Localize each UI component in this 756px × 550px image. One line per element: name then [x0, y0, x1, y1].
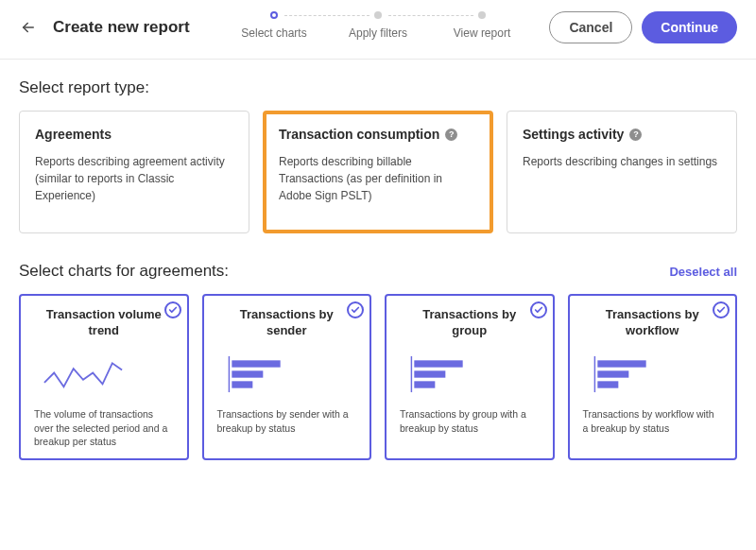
step-view-report[interactable]: View report — [430, 11, 534, 40]
type-card-title-text: Transaction consumption — [279, 127, 439, 142]
step-dot-icon — [478, 11, 486, 19]
step-apply-filters[interactable]: Apply filters — [326, 11, 430, 40]
chart-card-by-group[interactable]: Transactions by group Transactions by gr… — [385, 294, 555, 460]
section-title-report-type: Select report type: — [19, 78, 737, 97]
check-icon — [713, 301, 730, 318]
help-icon[interactable]: ? — [445, 129, 457, 141]
type-card-title: Transaction consumption ? — [279, 127, 477, 142]
svg-rect-3 — [232, 381, 252, 387]
chart-card-desc: The volume of transactions over the sele… — [30, 407, 178, 449]
deselect-all-link[interactable]: Deselect all — [669, 265, 737, 279]
step-dot-icon — [270, 11, 278, 19]
type-card-desc: Reports describing agreement activity (s… — [35, 153, 233, 204]
chart-card-title: Transactions by sender — [225, 307, 350, 339]
chart-card-title: Transaction volume trend — [42, 307, 166, 339]
type-card-settings-activity[interactable]: Settings activity ? Reports describing c… — [507, 111, 737, 233]
type-card-title: Agreements — [35, 127, 233, 142]
chart-card-desc: Transactions by sender with a breakup by… — [214, 407, 361, 435]
chart-card-desc: Transactions by workflow with a breakup … — [579, 407, 727, 435]
svg-rect-9 — [597, 360, 645, 367]
chart-card-by-workflow[interactable]: Transactions by workflow Transactions by… — [568, 294, 738, 460]
svg-rect-7 — [414, 381, 435, 387]
step-select-charts[interactable]: Select charts — [222, 11, 326, 40]
step-label: View report — [454, 26, 510, 40]
continue-button[interactable]: Continue — [642, 11, 737, 43]
bar-chart-icon — [214, 349, 361, 400]
bar-chart-icon — [396, 349, 543, 400]
content: Select report type: Agreements Reports d… — [0, 60, 756, 460]
bar-chart-icon — [579, 349, 727, 400]
check-icon — [347, 301, 364, 318]
line-chart-icon — [30, 349, 178, 400]
section-charts-header-row: Select charts for agreements: Deselect a… — [19, 262, 737, 281]
chart-card-title: Transactions by workflow — [591, 307, 715, 339]
type-card-title-text: Agreements — [35, 127, 112, 142]
chart-row: Transaction volume trend The volume of t… — [19, 294, 737, 460]
check-icon — [164, 301, 181, 318]
check-icon — [530, 301, 547, 318]
section-title-select-charts: Select charts for agreements: — [19, 262, 229, 281]
svg-rect-1 — [232, 360, 280, 367]
svg-rect-2 — [232, 370, 263, 377]
report-type-row: Agreements Reports describing agreement … — [19, 111, 737, 233]
type-card-desc: Reports describing changes in settings — [523, 153, 721, 170]
chart-card-volume-trend[interactable]: Transaction volume trend The volume of t… — [19, 294, 189, 460]
chart-card-title: Transactions by group — [407, 307, 532, 339]
svg-rect-11 — [597, 381, 618, 387]
chart-card-desc: Transactions by group with a breakup by … — [396, 407, 543, 435]
chart-card-by-sender[interactable]: Transactions by sender Transactions by s… — [202, 294, 372, 460]
step-dot-icon — [374, 11, 382, 19]
header-actions: Cancel Continue — [549, 11, 737, 43]
svg-rect-6 — [414, 370, 445, 377]
type-card-agreements[interactable]: Agreements Reports describing agreement … — [19, 111, 249, 233]
back-arrow-icon[interactable] — [19, 18, 38, 37]
cancel-button[interactable]: Cancel — [549, 11, 632, 43]
type-card-desc: Reports describing billable Transactions… — [279, 153, 477, 204]
header: Create new report Select charts Apply fi… — [0, 0, 756, 60]
stepper: Select charts Apply filters View report — [222, 11, 534, 40]
type-card-transaction-consumption[interactable]: Transaction consumption ? Reports descri… — [263, 111, 493, 233]
help-icon[interactable]: ? — [629, 129, 642, 141]
type-card-title: Settings activity ? — [523, 127, 721, 142]
page-title: Create new report — [53, 18, 190, 37]
step-label: Select charts — [241, 26, 306, 40]
step-label: Apply filters — [349, 26, 407, 40]
type-card-title-text: Settings activity — [523, 127, 624, 142]
svg-rect-10 — [597, 370, 628, 377]
svg-rect-5 — [414, 360, 462, 367]
